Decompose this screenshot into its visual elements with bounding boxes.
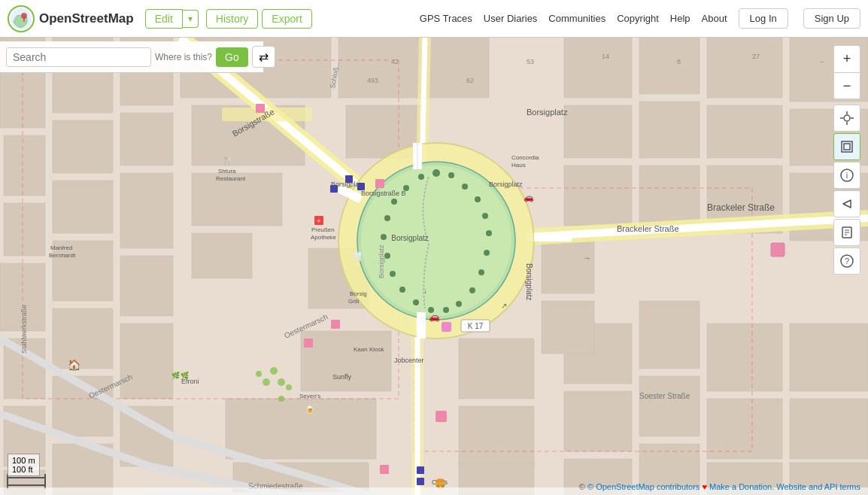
locate-icon	[840, 111, 854, 125]
svg-rect-13	[53, 181, 113, 233]
svg-rect-125	[330, 185, 338, 193]
svg-text:Soester Straße: Soester Straße	[639, 392, 690, 400]
map-controls: + − i	[833, 45, 860, 275]
svg-text:53: 53	[527, 58, 534, 65]
zoom-out-button[interactable]: −	[833, 72, 860, 99]
nav-gps-traces[interactable]: GPS Traces	[420, 13, 472, 24]
svg-rect-36	[707, 38, 782, 98]
svg-text:Grill: Grill	[348, 298, 359, 305]
nav-copyright[interactable]: Copyright	[617, 13, 659, 24]
svg-line-181	[843, 202, 848, 204]
svg-rect-5	[4, 135, 45, 196]
svg-point-167	[278, 396, 284, 402]
svg-text:Seven's: Seven's	[299, 393, 320, 399]
svg-text:Restaurant: Restaurant	[216, 175, 246, 182]
svg-rect-55	[542, 301, 594, 354]
svg-text:🦷: 🦷	[352, 251, 363, 262]
scale-100ft: 100 ft	[12, 465, 35, 474]
svg-rect-28	[564, 391, 632, 451]
export-button[interactable]: Export	[262, 9, 311, 29]
help-button[interactable]: ?	[833, 247, 860, 275]
svg-point-72	[462, 184, 468, 190]
svg-point-78	[486, 230, 492, 236]
nav-about[interactable]: About	[702, 13, 727, 24]
svg-point-75	[384, 215, 390, 221]
note-icon	[840, 226, 854, 239]
edit-button[interactable]: Edit	[145, 9, 183, 29]
where-is-this-label: Where is this?	[155, 52, 212, 62]
svg-text:27: 27	[752, 53, 760, 60]
logo-text: OpenStreetMap	[39, 11, 134, 26]
svg-point-163	[278, 378, 285, 386]
signup-button[interactable]: Sign Up	[803, 8, 860, 29]
svg-rect-22	[120, 323, 173, 399]
svg-text:Apotheke: Apotheke	[311, 234, 336, 241]
svg-point-68	[432, 169, 440, 177]
svg-text:↗: ↗	[501, 302, 507, 310]
logo: OpenStreetMap	[8, 5, 134, 32]
svg-point-86	[456, 301, 462, 307]
svg-rect-30	[639, 38, 700, 94]
svg-point-88	[443, 307, 449, 313]
svg-rect-130	[304, 339, 313, 348]
svg-point-165	[256, 371, 262, 377]
svg-text:Preußen: Preußen	[311, 226, 335, 233]
search-input[interactable]	[6, 47, 151, 67]
svg-rect-46	[790, 399, 868, 459]
svg-rect-40	[707, 399, 782, 459]
direction-button[interactable]: ⇄	[252, 46, 275, 68]
logo-icon	[8, 5, 35, 32]
layers-button[interactable]	[833, 133, 860, 160]
svg-point-76	[482, 213, 488, 219]
svg-rect-34	[639, 376, 700, 436]
svg-text:🍺: 🍺	[305, 405, 315, 415]
svg-rect-24	[564, 38, 632, 98]
svg-rect-168	[436, 411, 447, 422]
share-button[interactable]	[833, 190, 860, 217]
svg-rect-129	[417, 478, 424, 485]
map-svg: Borsigstraße Brackeler Straße Brackeler …	[0, 38, 868, 495]
locate-button[interactable]	[833, 105, 860, 132]
nav-links: GPS Traces User Diaries Communities Copy…	[420, 8, 860, 29]
svg-rect-58	[301, 331, 391, 391]
svg-rect-169	[442, 322, 451, 332]
login-button[interactable]: Log In	[739, 8, 788, 29]
svg-rect-133	[375, 179, 384, 188]
svg-text:🍴: 🍴	[222, 155, 233, 166]
svg-text:?: ?	[845, 257, 849, 266]
map[interactable]: Borsigstraße Brackeler Straße Brackeler …	[0, 38, 868, 495]
edit-dropdown-button[interactable]: ▾	[183, 10, 199, 28]
svg-rect-21	[120, 256, 173, 316]
header: OpenStreetMap Edit ▾ History Export GPS …	[0, 0, 868, 38]
history-button[interactable]: History	[206, 9, 259, 29]
nav-communities[interactable]: Communities	[548, 13, 605, 24]
heart-icon: ♥	[702, 482, 707, 491]
svg-point-82	[478, 269, 484, 275]
svg-rect-177	[842, 141, 852, 152]
nav-help[interactable]: Help	[670, 13, 690, 24]
direction-icon: ⇄	[259, 50, 269, 63]
osm-attribution-link[interactable]: © OpenStreetMap contributors	[587, 482, 700, 491]
svg-point-69	[418, 174, 424, 180]
go-button[interactable]: Go	[216, 47, 248, 67]
searchbar: Where is this? Go ⇄	[0, 41, 263, 73]
info-button[interactable]: i	[833, 162, 860, 189]
nav-user-diaries[interactable]: User Diaries	[484, 13, 538, 24]
svg-rect-126	[357, 183, 365, 190]
svg-point-80	[484, 250, 490, 256]
svg-point-77	[381, 234, 387, 240]
svg-point-84	[469, 287, 475, 293]
svg-text:Shtura: Shtura	[218, 168, 236, 175]
website-link[interactable]: Website and API terms	[776, 482, 860, 491]
svg-rect-178	[844, 144, 850, 150]
note-button[interactable]	[833, 219, 860, 246]
svg-point-81	[390, 271, 396, 277]
zoom-in-button[interactable]: +	[833, 45, 860, 72]
svg-text:Jobcenter: Jobcenter	[394, 357, 424, 364]
svg-point-70	[448, 172, 454, 178]
donate-link[interactable]: Make a Donation	[709, 482, 772, 491]
share-icon	[840, 197, 854, 211]
svg-text:8: 8	[677, 58, 681, 65]
svg-text:14: 14	[602, 53, 609, 60]
svg-rect-128	[417, 466, 424, 474]
